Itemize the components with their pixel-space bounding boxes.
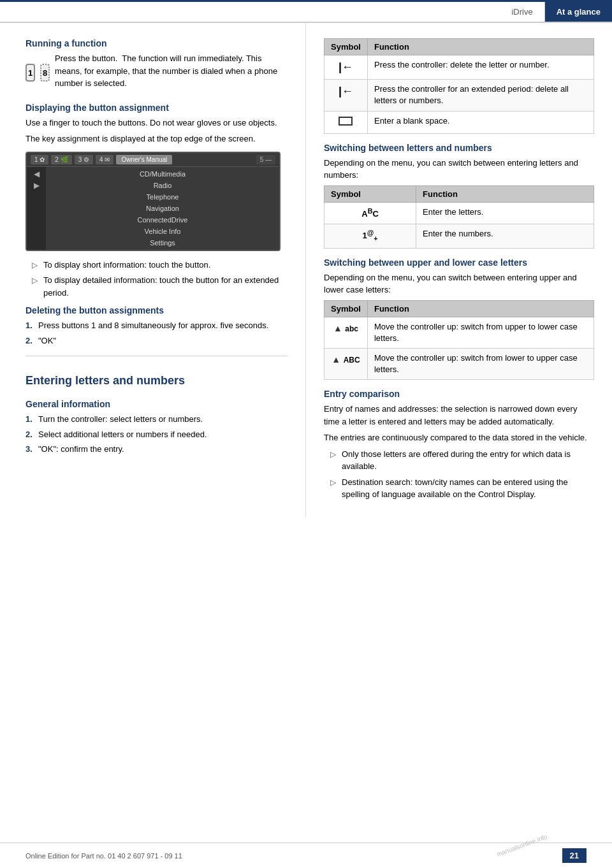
func-delete-all: Press the controller for an extended per… — [367, 80, 594, 111]
page-number: 21 — [562, 848, 586, 863]
gen-step-num-1: 1. — [26, 413, 38, 426]
displaying-assignment-text2: The key assignment is displayed at the t… — [26, 133, 288, 145]
arrow-text-ec-2: Destination search: town/city names can … — [342, 476, 594, 501]
func-delete-letter: Press the controller: delete the letter … — [367, 55, 594, 80]
general-steps-list: 1. Turn the controller: select letters o… — [26, 413, 288, 456]
sym-numbers: 1@+ — [324, 224, 416, 248]
screen-menu-cd-multimedia[interactable]: CD/Multimedia — [46, 168, 279, 180]
button-8-icon: 8 — [40, 64, 50, 82]
step-num-2: 2. — [26, 335, 38, 347]
running-function-description: Press the button. The function will run … — [55, 52, 288, 90]
gen-step-text-1: Turn the controller: select letters or n… — [38, 413, 288, 426]
screen-left-arrow[interactable]: ◀ — [34, 170, 40, 178]
screen-simulation: 1 ✿ 2 🌿 3 ⚙ 4 ✉ Owner's Manual 5 — ◀ ▶ C… — [26, 152, 280, 251]
entry-comparison-text2: The entries are continuously compared to… — [324, 431, 594, 444]
footer-text: Online Edition for Part no. 01 40 2 607 … — [26, 852, 182, 860]
arrow-icon-ec-2: ▷ — [330, 477, 342, 501]
func-enter-numbers: Enter the numbers. — [416, 224, 594, 248]
running-function-heading: Running a function — [26, 38, 288, 48]
func-col-header-1: Function — [367, 39, 594, 55]
screen-menu-connected-drive[interactable]: ConnectedDrive — [46, 214, 279, 226]
arrow-icon-1: ▷ — [32, 259, 43, 271]
button-icons: 1 8 Press the button. The function will … — [26, 52, 288, 94]
general-info-heading: General information — [26, 399, 288, 409]
step-text-1: Press buttons 1 and 8 simultaneously for… — [38, 319, 288, 332]
screen-tab-1: 1 ✿ — [31, 155, 48, 164]
screen-right-arrow[interactable]: ▶ — [34, 181, 40, 190]
table-row: |← Press the controller: delete the lett… — [324, 55, 594, 80]
screen-tab-5: 5 — — [256, 155, 275, 164]
screen-body: ◀ ▶ CD/Multimedia Radio Telephone Naviga… — [27, 167, 279, 250]
deleting-steps-list: 1. Press buttons 1 and 8 simultaneously … — [26, 319, 288, 347]
left-column: Running a function 1 8 Press the button.… — [0, 23, 306, 517]
left-divider — [26, 356, 288, 356]
entry-comparison-arrow-list: ▷ Only those letters are offered during … — [324, 448, 594, 501]
screen-menu-settings[interactable]: Settings — [46, 237, 279, 249]
table-row: 1@+ Enter the numbers. — [324, 224, 594, 248]
switching-case-section: Switching between upper and lower case l… — [324, 257, 594, 380]
sym-backspace-2: |← — [324, 80, 368, 111]
sym-col-header-2: Symbol — [324, 185, 416, 202]
displaying-assignment-section: Displaying the button assignment Use a f… — [26, 103, 288, 145]
entry-comparison-bullet-2: ▷ Destination search: town/city names ca… — [324, 476, 594, 501]
sym-abc-letters: ABC — [324, 202, 416, 224]
blank-space-icon — [339, 117, 353, 126]
display-arrow-list: ▷ To display short information: touch th… — [26, 259, 288, 300]
switching-letters-numbers-desc: Depending on the menu, you can switch be… — [324, 157, 594, 182]
sym-backspace-1: |← — [324, 55, 368, 80]
entering-section: Entering letters and numbers General inf… — [26, 374, 288, 456]
gen-step-num-2: 2. — [26, 428, 38, 441]
screen-tab-4: 4 ✉ — [96, 155, 113, 164]
deleting-step-2: 2. "OK" — [26, 335, 288, 347]
displaying-assignment-heading: Displaying the button assignment — [26, 103, 288, 113]
step-text-2: "OK" — [38, 335, 288, 347]
general-step-2: 2. Select additional letters or numbers … — [26, 428, 288, 441]
main-content: Running a function 1 8 Press the button.… — [0, 23, 612, 517]
table-row: ▲ abc Move the controller up: switch fro… — [324, 317, 594, 348]
table-row: |← Press the controller for an extended … — [324, 80, 594, 111]
screen-menu-vehicle-info[interactable]: Vehicle Info — [46, 226, 279, 237]
entering-heading: Entering letters and numbers — [26, 374, 288, 387]
arrow-text-short: To display short information: touch the … — [43, 259, 288, 271]
screen-top-bar: 1 ✿ 2 🌿 3 ⚙ 4 ✉ Owner's Manual 5 — — [27, 153, 279, 167]
general-step-1: 1. Turn the controller: select letters o… — [26, 413, 288, 426]
button-1-icon: 1 — [26, 64, 35, 82]
entry-comparison-text1: Entry of names and addresses: the select… — [324, 403, 594, 428]
right-column: Symbol Function |← Press the controller:… — [306, 23, 612, 517]
entry-comparison-heading: Entry comparison — [324, 389, 594, 399]
sym-col-header-3: Symbol — [324, 300, 368, 317]
switching-letters-numbers-section: Switching between letters and numbers De… — [324, 143, 594, 249]
step-num-1: 1. — [26, 319, 38, 332]
screen-menu: CD/Multimedia Radio Telephone Navigation… — [46, 167, 279, 250]
screen-menu-radio[interactable]: Radio — [46, 180, 279, 191]
table-row: Enter a blank space. — [324, 111, 594, 133]
deleting-heading: Deleting the button assignments — [26, 305, 288, 315]
screen-sidebar: ◀ ▶ — [27, 167, 46, 250]
gen-step-num-3: 3. — [26, 443, 38, 456]
general-step-3: 3. "OK": confirm the entry. — [26, 443, 288, 456]
deleting-section: Deleting the button assignments 1. Press… — [26, 305, 288, 347]
func-upper-to-lower: Move the controller up: switch from uppe… — [367, 317, 594, 348]
entry-comparison-section: Entry comparison Entry of names and addr… — [324, 389, 594, 501]
arrow-text-long: To display detailed information: touch t… — [43, 274, 288, 299]
header-at-a-glance-label: At a glance — [545, 2, 612, 22]
sym-col-header-1: Symbol — [324, 39, 368, 55]
screen-menu-telephone[interactable]: Telephone — [46, 191, 279, 203]
func-enter-letters: Enter the letters. — [416, 202, 594, 224]
screen-menu-navigation[interactable]: Navigation — [46, 203, 279, 214]
screen-tab-2: 2 🌿 — [51, 155, 71, 164]
sym-lower-to-upper: ▲ ABC — [324, 348, 368, 379]
table-row: ABC Enter the letters. — [324, 202, 594, 224]
arrow-text-ec-1: Only those letters are offered during th… — [342, 448, 594, 473]
displaying-assignment-text1: Use a finger to touch the buttons. Do no… — [26, 117, 288, 129]
table-row: ▲ ABC Move the controller up: switch fro… — [324, 348, 594, 379]
func-col-header-3: Function — [367, 300, 594, 317]
func-col-header-2: Function — [416, 185, 594, 202]
header: iDrive At a glance — [0, 2, 612, 23]
gen-step-text-2: Select additional letters or numbers if … — [38, 428, 288, 441]
func-lower-to-upper: Move the controller up: switch from lowe… — [367, 348, 594, 379]
func-blank-space: Enter a blank space. — [367, 111, 594, 133]
gen-step-text-3: "OK": confirm the entry. — [38, 443, 288, 456]
arrow-item-short: ▷ To display short information: touch th… — [26, 259, 288, 271]
switching-case-desc: Depending on the menu, you can switch be… — [324, 271, 594, 296]
